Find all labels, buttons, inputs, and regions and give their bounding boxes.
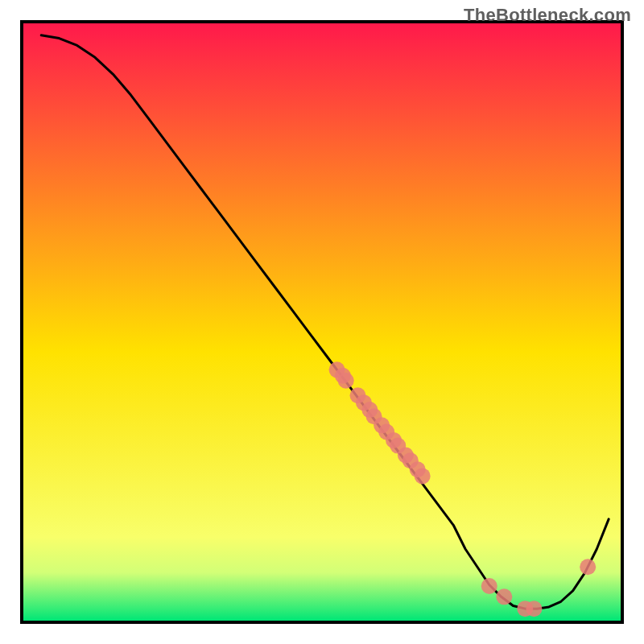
chart-svg	[0, 0, 644, 644]
chart-container: TheBottleneck.com	[0, 0, 644, 644]
gradient-background	[23, 23, 621, 621]
data-marker	[481, 578, 497, 594]
data-marker	[496, 588, 512, 605]
data-marker	[526, 601, 542, 617]
data-marker	[338, 373, 354, 389]
data-marker	[580, 559, 596, 575]
data-marker	[415, 468, 431, 484]
watermark-text: TheBottleneck.com	[464, 5, 631, 26]
